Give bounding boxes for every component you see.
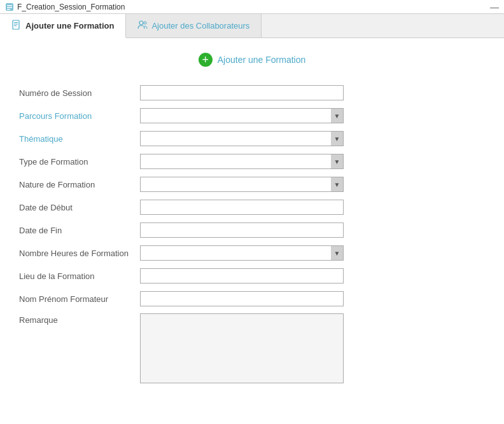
svg-rect-2: [7, 7, 12, 8]
label-nature-formation: Nature de Formation: [19, 180, 140, 189]
form-row-type-formation: Type de Formation ▼: [19, 153, 485, 170]
select-wrap-thematique: ▼: [140, 131, 344, 146]
select-wrap-nature: ▼: [140, 177, 344, 192]
select-wrap-heures: ▼: [140, 245, 344, 261]
svg-rect-6: [14, 24, 18, 24]
svg-point-9: [144, 22, 146, 24]
svg-rect-7: [14, 25, 17, 26]
select-parcours-formation[interactable]: [140, 108, 344, 123]
select-type-formation[interactable]: [140, 154, 344, 169]
tab-formation-label: Ajouter une Formation: [25, 21, 114, 31]
textarea-remarque[interactable]: [140, 313, 344, 383]
label-date-debut: Date de Début: [19, 203, 140, 212]
select-nombre-heures[interactable]: [140, 245, 344, 261]
input-numero-session[interactable]: [140, 85, 344, 100]
form-row-lieu-formation: Lieu de la Formation: [19, 268, 485, 284]
tab-formation[interactable]: Ajouter une Formation: [0, 14, 126, 38]
input-lieu-formation[interactable]: [140, 268, 344, 284]
select-nature-formation[interactable]: [140, 177, 344, 192]
tab-collaborateurs[interactable]: Ajouter des Collaborateurs: [126, 14, 262, 38]
select-wrap-parcours: ▼: [140, 108, 344, 123]
collaborateurs-tab-icon: [137, 20, 148, 32]
form-area: Numéro de Session Parcours Formation ▼ T…: [13, 85, 491, 383]
label-remarque: Remarque: [19, 313, 140, 325]
select-thematique[interactable]: [140, 131, 344, 146]
svg-point-8: [139, 21, 143, 25]
form-row-remarque: Remarque: [19, 313, 485, 383]
label-nom-formateur: Nom Prénom Formateur: [19, 294, 140, 304]
add-formation-title: Ajouter une Formation: [218, 55, 306, 65]
label-lieu-formation: Lieu de la Formation: [19, 271, 140, 281]
form-row-nombre-heures: Nombre Heures de Formation ▼: [19, 245, 485, 261]
form-row-date-debut: Date de Début: [19, 199, 485, 215]
tab-collaborateurs-label: Ajouter des Collaborateurs: [151, 21, 249, 31]
tabs-row: Ajouter une Formation Ajouter des Collab…: [0, 14, 504, 38]
label-parcours-formation: Parcours Formation: [19, 111, 140, 121]
formation-tab-icon: [11, 20, 22, 32]
add-formation-icon[interactable]: +: [199, 53, 213, 67]
form-row-parcours-formation: Parcours Formation ▼: [19, 107, 485, 124]
svg-rect-1: [7, 5, 12, 6]
svg-rect-4: [13, 20, 19, 29]
content-area: + Ajouter une Formation Numéro de Sessio…: [0, 38, 504, 399]
add-formation-header: + Ajouter une Formation: [13, 48, 491, 72]
app-icon: [5, 3, 14, 11]
select-wrap-type: ▼: [140, 154, 344, 169]
form-row-numero-session: Numéro de Session: [19, 85, 485, 101]
input-date-debut[interactable]: [140, 200, 344, 215]
label-type-formation: Type de Formation: [19, 157, 140, 167]
label-numero-session: Numéro de Session: [19, 88, 140, 98]
label-date-fin: Date de Fin: [19, 226, 140, 235]
label-thematique: Thématique: [19, 134, 140, 144]
svg-rect-3: [7, 9, 10, 10]
input-date-fin[interactable]: [140, 222, 344, 238]
title-bar: F_Creation_Session_Formation —: [0, 0, 504, 14]
svg-rect-5: [14, 22, 18, 23]
form-row-nature-formation: Nature de Formation ▼: [19, 176, 485, 193]
title-bar-text: F_Creation_Session_Formation: [17, 3, 125, 11]
input-nom-formateur[interactable]: [140, 291, 344, 306]
form-row-date-fin: Date de Fin: [19, 222, 485, 238]
label-nombre-heures: Nombre Heures de Formation: [19, 249, 140, 258]
form-row-thematique: Thématique ▼: [19, 130, 485, 147]
form-row-nom-formateur: Nom Prénom Formateur: [19, 291, 485, 307]
minimize-button[interactable]: —: [490, 2, 499, 12]
